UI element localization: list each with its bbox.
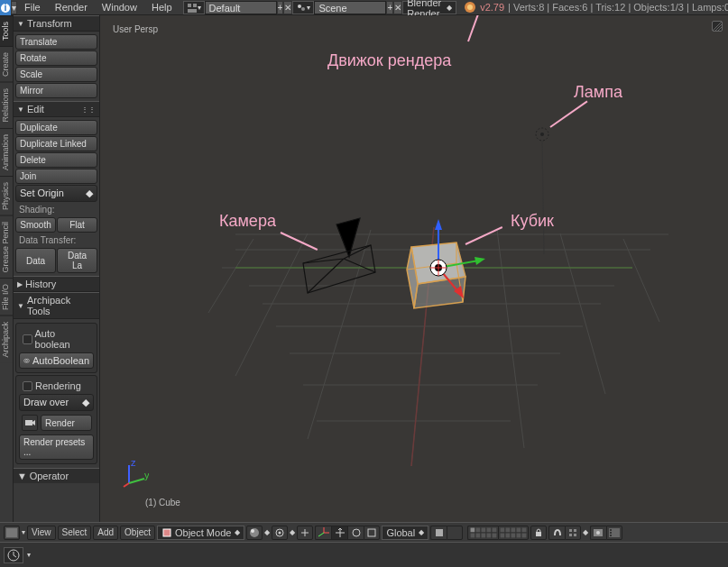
render-preview-icon[interactable] — [590, 526, 606, 540]
layer-2[interactable] — [447, 526, 463, 540]
svg-rect-89 — [569, 529, 572, 532]
layout-name-input[interactable] — [205, 1, 277, 14]
panel-edit-header[interactable]: ▼Edit⋮⋮ — [14, 101, 99, 117]
render-button[interactable]: Render — [41, 415, 92, 431]
svg-rect-84 — [505, 533, 511, 538]
layout-add-button[interactable]: + — [277, 1, 284, 14]
manipulator-toggle-icon[interactable] — [315, 526, 331, 540]
layers-grid[interactable] — [467, 526, 529, 540]
flat-button[interactable]: Flat — [57, 217, 97, 233]
lock-icon[interactable] — [530, 526, 547, 540]
snap-type-icon[interactable] — [565, 526, 581, 540]
svg-rect-3 — [193, 4, 197, 7]
auto-boolean-row: Auto boolean — [19, 326, 94, 352]
translate-button[interactable]: Translate — [15, 34, 97, 50]
menu-window[interactable]: Window — [95, 0, 144, 14]
pivot-icon[interactable] — [272, 526, 288, 540]
menu-render[interactable]: Render — [48, 0, 95, 14]
data-layout-button[interactable]: Data La — [57, 248, 97, 273]
svg-rect-83 — [500, 533, 505, 538]
menu-help[interactable]: Help — [144, 0, 180, 14]
timeline-editor-icon[interactable] — [4, 547, 23, 563]
menu-select[interactable]: Select — [58, 526, 92, 540]
render-presets-button[interactable]: Render presets ... — [19, 434, 94, 460]
vtab-physics[interactable]: Physics — [0, 176, 13, 215]
duplicate-linked-button[interactable]: Duplicate Linked — [15, 136, 97, 151]
scale-button[interactable]: Scale — [15, 67, 97, 82]
operator-panel-header[interactable]: ▼ Operator — [14, 468, 99, 483]
axis-triad: z y — [122, 461, 149, 488]
menu-file[interactable]: File — [17, 0, 48, 14]
snap-toggle-icon[interactable] — [548, 526, 565, 540]
svg-point-94 — [596, 531, 600, 535]
scene-browse-dropdown[interactable]: ▾ — [292, 1, 314, 14]
menu-view[interactable]: View — [27, 526, 56, 540]
header-stats: v2.79 | Verts:8 | Faces:6 | Tris:12 | Ob… — [464, 0, 728, 14]
panel-transform-header[interactable]: ▼Transform — [14, 15, 99, 32]
svg-line-29 — [208, 239, 253, 313]
auto-boolean-checkbox[interactable] — [23, 334, 32, 344]
svg-rect-85 — [511, 533, 516, 538]
smooth-button[interactable]: Smooth — [15, 217, 56, 233]
mirror-button[interactable]: Mirror — [15, 83, 97, 98]
vtab-relations[interactable]: Relations — [0, 82, 13, 128]
manipulator-scale-icon[interactable] — [364, 526, 380, 540]
render-engine-dropdown[interactable]: Blender Render ◆ — [402, 1, 456, 14]
svg-rect-76 — [486, 533, 492, 538]
rotate-button[interactable]: Rotate — [15, 50, 97, 66]
menu-object[interactable]: Object — [120, 526, 155, 540]
vtab-archipack[interactable]: Archipack — [0, 316, 13, 363]
lamp-object[interactable] — [536, 128, 548, 254]
vtab-tools[interactable]: Tools — [0, 15, 13, 46]
mode-dropdown[interactable]: Object Mode ◆ — [157, 526, 244, 540]
svg-point-62 — [251, 529, 254, 533]
svg-line-57 — [124, 483, 129, 487]
svg-rect-82 — [521, 527, 527, 533]
scene-name-input[interactable] — [314, 1, 386, 14]
svg-rect-4 — [188, 9, 197, 13]
info-editor-icon[interactable]: i — [0, 0, 11, 15]
layer-1[interactable] — [430, 526, 447, 540]
editor-type-icon[interactable] — [4, 526, 20, 540]
duplicate-button[interactable]: Duplicate — [15, 120, 97, 135]
svg-point-8 — [467, 5, 473, 10]
svg-rect-69 — [475, 527, 481, 533]
top-menu-bar: i ▾ File Render Window Help ▾ + ✕ ▾ + ✕ … — [0, 0, 728, 15]
camera-object[interactable] — [303, 218, 375, 293]
vtab-file-io[interactable]: File I/O — [0, 278, 13, 316]
vtab-animation[interactable]: Animation — [0, 128, 13, 176]
data-button[interactable]: Data — [15, 248, 56, 273]
svg-text:z: z — [131, 461, 136, 468]
viewport-header: ▾ View Select Add Object Object Mode ◆ ◆… — [0, 522, 728, 542]
delete-button[interactable]: Delete — [15, 152, 97, 168]
svg-rect-70 — [481, 527, 486, 533]
rendering-checkbox[interactable] — [23, 381, 32, 391]
scene-add-button[interactable]: + — [386, 1, 393, 14]
camera-icon-button[interactable] — [22, 415, 38, 431]
render-anim-icon[interactable] — [606, 526, 622, 540]
vtab-grease-pencil[interactable]: Grease Pencil — [0, 215, 13, 279]
auto-boolean-button[interactable]: AutoBoolean — [19, 352, 94, 369]
panel-history-header[interactable]: ▶History — [14, 276, 99, 292]
manipulate-center-icon[interactable] — [297, 526, 313, 540]
svg-rect-90 — [574, 529, 576, 532]
draw-over-dropdown[interactable]: Draw over◆ — [19, 394, 94, 411]
scene-delete-button[interactable]: ✕ — [393, 1, 402, 14]
manipulator-rotate-icon[interactable] — [347, 526, 364, 540]
manipulator-translate-icon[interactable] — [331, 526, 347, 540]
svg-line-52 — [542, 141, 544, 254]
data-transfer-label: Data Transfer: — [15, 233, 97, 247]
panel-archipack-header[interactable]: ▼Archipack Tools — [14, 292, 99, 319]
3d-viewport[interactable]: User Persp — [100, 15, 728, 522]
shading-mode-icon[interactable] — [246, 526, 263, 540]
orientation-dropdown[interactable]: Global◆ — [382, 526, 429, 540]
expand-down-icon[interactable]: ▾ — [11, 1, 17, 14]
layout-delete-button[interactable]: ✕ — [283, 1, 292, 14]
vtab-create[interactable]: Create — [0, 46, 13, 82]
join-button[interactable]: Join — [15, 169, 97, 184]
menu-add[interactable]: Add — [93, 526, 118, 540]
svg-marker-42 — [475, 257, 485, 265]
svg-marker-40 — [435, 219, 442, 230]
layout-browse-dropdown[interactable]: ▾ — [183, 1, 205, 14]
set-origin-dropdown[interactable]: Set Origin◆ — [15, 185, 97, 202]
